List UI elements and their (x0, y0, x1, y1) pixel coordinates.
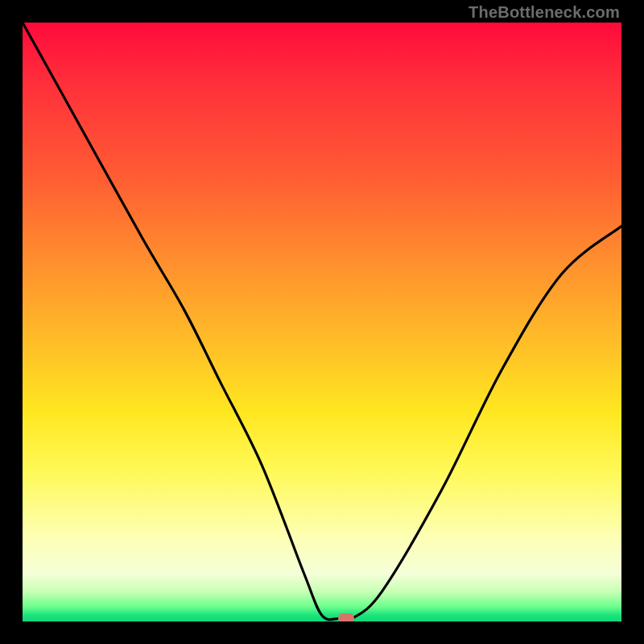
bottleneck-curve (23, 23, 621, 621)
plot-area (23, 23, 621, 621)
chart-frame: TheBottleneck.com (0, 0, 644, 644)
watermark-text: TheBottleneck.com (469, 3, 620, 22)
min-marker (338, 613, 354, 621)
